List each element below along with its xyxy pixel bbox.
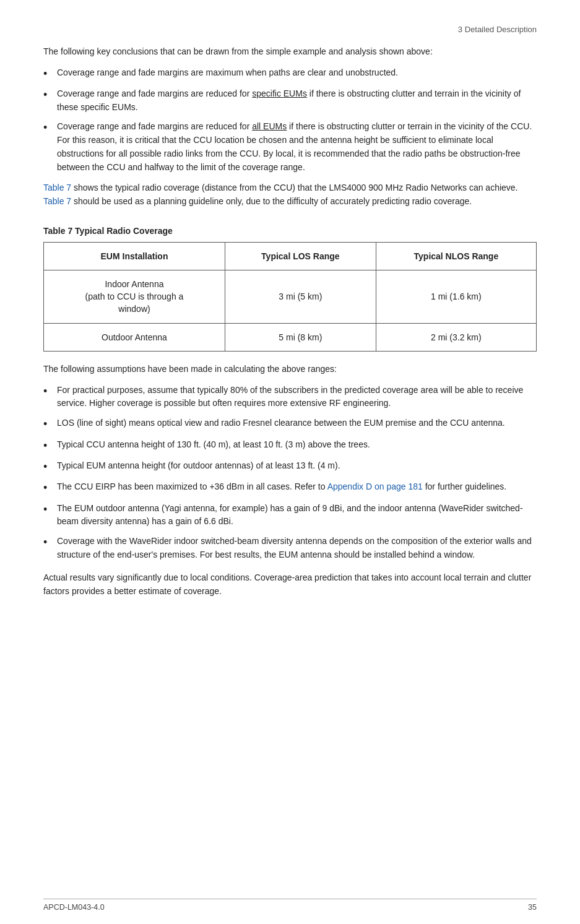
bullet-icon: • xyxy=(43,417,57,431)
bullet-icon: • xyxy=(43,438,57,453)
bullet-text: For practical purposes, assume that typi… xyxy=(57,384,537,410)
bullet-icon: • xyxy=(43,480,57,495)
bullet-icon: • xyxy=(43,384,57,399)
underline-text: all EUMs xyxy=(252,121,287,131)
bullets-list-1: • Coverage range and fade margins are ma… xyxy=(43,66,537,175)
bullet-text: Typical CCU antenna height of 130 ft. (4… xyxy=(57,438,537,452)
bullet-text: Typical EUM antenna height (for outdoor … xyxy=(57,459,537,473)
bullet-text: The CCU EIRP has been maximized to +36 d… xyxy=(57,480,537,494)
table-row: Indoor Antenna(path to CCU is through aw… xyxy=(44,270,537,323)
page-content: 3 Detailed Description The following key… xyxy=(0,0,580,643)
bullet-icon: • xyxy=(43,120,57,135)
list-item: • Coverage range and fade margins are ma… xyxy=(43,66,537,81)
chapter-title: 3 Detailed Description xyxy=(458,25,537,34)
intro-paragraph: The following key conclusions that can b… xyxy=(43,45,537,59)
page-header: 3 Detailed Description xyxy=(43,25,537,34)
bullet-icon: • xyxy=(43,535,57,550)
coverage-table: EUM Installation Typical LOS Range Typic… xyxy=(43,242,537,352)
list-item: • Coverage range and fade margins are re… xyxy=(43,87,537,114)
table-section: Table 7 Typical Radio Coverage EUM Insta… xyxy=(43,226,537,352)
list-item: • The EUM outdoor antenna (Yagi antenna,… xyxy=(43,502,537,529)
underline-text: specific EUMs xyxy=(252,89,307,98)
bullets-list-2: • For practical purposes, assume that ty… xyxy=(43,384,537,562)
bullet-text: Coverage range and fade margins are redu… xyxy=(57,87,537,114)
col-header-nlos: Typical NLOS Range xyxy=(376,242,536,270)
cell-installation-2: Outdoor Antenna xyxy=(44,323,225,351)
cell-nlos-1: 1 mi (1.6 km) xyxy=(376,270,536,323)
table-row: Outdoor Antenna 5 mi (8 km) 2 mi (3.2 km… xyxy=(44,323,537,351)
bullet-text: The EUM outdoor antenna (Yagi antenna, f… xyxy=(57,502,537,529)
bullet-text: Coverage range and fade margins are redu… xyxy=(57,120,537,174)
cell-los-1: 3 mi (5 km) xyxy=(225,270,376,323)
bullet-text: LOS (line of sight) means optical view a… xyxy=(57,417,537,430)
cell-installation-1: Indoor Antenna(path to CCU is through aw… xyxy=(44,270,225,323)
list-item: • Typical CCU antenna height of 130 ft. … xyxy=(43,438,537,453)
closing-paragraph: Actual results vary significantly due to… xyxy=(43,571,537,598)
cell-nlos-2: 2 mi (3.2 km) xyxy=(376,323,536,351)
footer-right: 35 xyxy=(528,903,537,912)
bullet-icon: • xyxy=(43,502,57,517)
table7-link-1[interactable]: Table 7 xyxy=(43,183,71,192)
bullet-text: Coverage with the WaveRider indoor switc… xyxy=(57,535,537,561)
page-footer: APCD-LM043-4.0 35 xyxy=(43,899,537,912)
footer-left: APCD-LM043-4.0 xyxy=(43,903,105,912)
list-item: • Coverage range and fade margins are re… xyxy=(43,120,537,174)
bullet-text: Coverage range and fade margins are maxi… xyxy=(57,66,537,80)
bullet-icon: • xyxy=(43,459,57,474)
col-header-los: Typical LOS Range xyxy=(225,242,376,270)
cell-los-2: 5 mi (8 km) xyxy=(225,323,376,351)
col-header-installation: EUM Installation xyxy=(44,242,225,270)
table-header-row: EUM Installation Typical LOS Range Typic… xyxy=(44,242,537,270)
list-item: • Coverage with the WaveRider indoor swi… xyxy=(43,535,537,561)
table7-link-2[interactable]: Table 7 xyxy=(43,196,71,206)
list-item: • For practical purposes, assume that ty… xyxy=(43,384,537,410)
bullet-icon: • xyxy=(43,87,57,102)
list-item: • Typical EUM antenna height (for outdoo… xyxy=(43,459,537,474)
table-caption: Table 7 Typical Radio Coverage xyxy=(43,226,537,236)
bullet-icon: • xyxy=(43,66,57,81)
following-intro: The following assumptions have been made… xyxy=(43,363,537,376)
list-item: • LOS (line of sight) means optical view… xyxy=(43,417,537,431)
list-item: • The CCU EIRP has been maximized to +36… xyxy=(43,480,537,495)
appendix-d-link[interactable]: Appendix D on page 181 xyxy=(327,481,423,491)
link-paragraph: Table 7 shows the typical radio coverage… xyxy=(43,181,537,208)
